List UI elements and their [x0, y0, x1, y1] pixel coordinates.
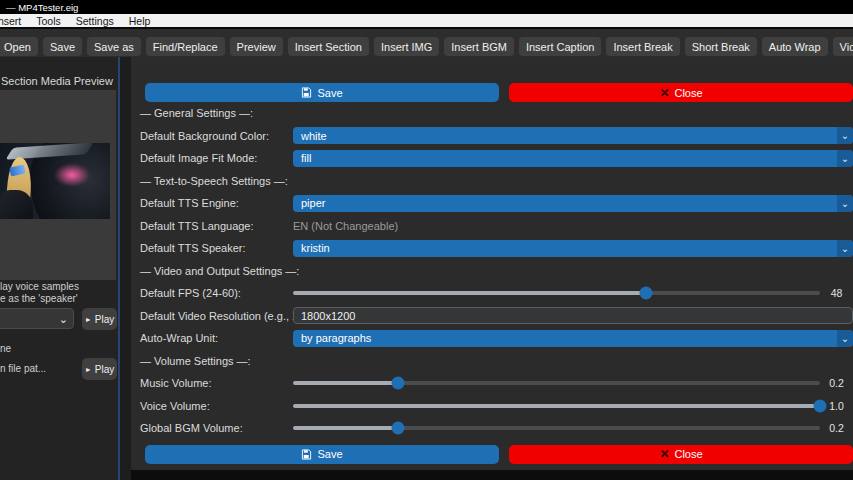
- music-volume-slider[interactable]: [293, 381, 820, 385]
- field-label: Default Video Resolution (e.g., 1920x108…: [140, 310, 293, 322]
- close-config-button-bottom[interactable]: ✕ Close: [509, 445, 853, 464]
- toolbar-short-break-button[interactable]: Short Break: [685, 37, 757, 56]
- content-area: Section Media Preview lay voice samples …: [0, 57, 853, 480]
- image-fit-dropdown[interactable]: fill ⌄: [293, 150, 853, 167]
- section-header-tts: — Text-to-Speech Settings —:: [140, 170, 853, 193]
- toolbar-open-button[interactable]: Open: [0, 37, 38, 56]
- bgm-volume-slider[interactable]: [293, 426, 820, 430]
- toolbar-insert-section-button[interactable]: Insert Section: [288, 37, 369, 56]
- save-config-button-bottom[interactable]: Save: [145, 445, 499, 464]
- media-preview-panel: [0, 90, 116, 280]
- sidebar-scrollbar[interactable]: [118, 57, 131, 480]
- field-label: Default TTS Speaker:: [140, 242, 293, 254]
- close-icon: ✕: [659, 86, 669, 100]
- voice-sample-note-line2: e as the 'speaker': [0, 293, 78, 304]
- section-header-volume: — Volume Settings —:: [140, 350, 853, 373]
- chevron-down-icon: ⌄: [837, 150, 853, 167]
- tts-engine-dropdown[interactable]: piper ⌄: [293, 195, 853, 212]
- field-label: Default TTS Language:: [140, 220, 293, 232]
- chevron-down-icon: ⌄: [837, 330, 853, 347]
- toolbar-insert-break-button[interactable]: Insert Break: [606, 37, 679, 56]
- row-autowrap: Auto-Wrap Unit: by paragraphs ⌄: [140, 327, 853, 350]
- play-button-label: Play: [95, 364, 114, 375]
- bottom-button-row: Save ✕ Close: [145, 445, 853, 464]
- field-label: Default FPS (24-60):: [140, 287, 293, 299]
- menu-item-tools[interactable]: Tools: [36, 15, 61, 27]
- save-button-label: Save: [317, 87, 342, 99]
- field-label: Auto-Wrap Unit:: [140, 332, 293, 344]
- background-color-dropdown[interactable]: white ⌄: [293, 127, 853, 144]
- config-rows: — General Settings —: Default Background…: [140, 102, 853, 440]
- config-panel: Save ✕ Close — General Settings —: Defau…: [131, 57, 853, 480]
- close-button-label: Close: [674, 448, 702, 460]
- toolbar-insert-caption-button[interactable]: Insert Caption: [519, 37, 601, 56]
- voice-sample-note-line1: lay voice samples: [0, 281, 79, 292]
- music-volume-value: 0.2: [820, 377, 853, 389]
- preview-art-body: [0, 190, 33, 219]
- play-icon: ►: [85, 366, 92, 373]
- play-button-label: Play: [95, 314, 114, 325]
- row-tts-language: Default TTS Language: EN (Not Changeable…: [140, 215, 853, 238]
- menu-item-insert[interactable]: Insert: [0, 15, 21, 27]
- play-voice-sample-button[interactable]: ► Play: [82, 308, 117, 330]
- voice-sample-select[interactable]: ⌄: [0, 308, 74, 329]
- voice-volume-slider[interactable]: [293, 404, 820, 408]
- autowrap-unit-dropdown[interactable]: by paragraphs ⌄: [293, 330, 853, 347]
- preview-art-glow: [55, 164, 89, 186]
- music-volume-slider-thumb[interactable]: [392, 377, 405, 390]
- tts-speaker-dropdown[interactable]: kristin ⌄: [293, 240, 853, 257]
- play-file-button[interactable]: ► Play: [82, 358, 117, 380]
- row-music-volume: Music Volume: 0.2: [140, 372, 853, 395]
- voice-volume-slider-thumb[interactable]: [814, 399, 827, 412]
- title-bar: — MP4Tester.eig: [0, 0, 853, 14]
- fps-value: 48: [820, 287, 853, 299]
- section-media-sidebar: Section Media Preview lay voice samples …: [0, 57, 118, 480]
- play-icon: ►: [85, 316, 92, 323]
- field-label: Default Image Fit Mode:: [140, 152, 293, 164]
- field-label: Default Background Color:: [140, 130, 293, 142]
- floppy-disk-icon: [301, 87, 312, 98]
- section-header-general: — General Settings —:: [140, 102, 853, 125]
- toolbar-auto-wrap-button[interactable]: Auto Wrap: [762, 37, 828, 56]
- top-button-row: Save ✕ Close: [145, 83, 853, 102]
- floppy-disk-icon: [301, 449, 312, 460]
- toolbar-find-replace-button[interactable]: Find/Replace: [146, 37, 225, 56]
- toolbar: Open Save Save as Find/Replace Preview I…: [0, 29, 853, 57]
- menu-item-settings[interactable]: Settings: [76, 15, 114, 27]
- save-button-label: Save: [317, 448, 342, 460]
- dropdown-value: fill: [301, 152, 311, 164]
- chevron-down-icon: ⌄: [837, 240, 853, 257]
- row-image-fit: Default Image Fit Mode: fill ⌄: [140, 147, 853, 170]
- close-config-button-top[interactable]: ✕ Close: [509, 83, 853, 102]
- row-background-color: Default Background Color: white ⌄: [140, 125, 853, 148]
- window-title: — MP4Tester.eig: [6, 2, 78, 13]
- bgm-volume-slider-thumb[interactable]: [392, 422, 405, 435]
- dropdown-value: kristin: [301, 242, 330, 254]
- fps-slider[interactable]: [293, 291, 820, 295]
- engine-text-fragment: ne: [0, 343, 11, 354]
- resolution-input[interactable]: [293, 307, 853, 324]
- dropdown-value: piper: [301, 197, 325, 209]
- toolbar-video-render-button[interactable]: Video Render: [833, 37, 853, 56]
- save-config-button-top[interactable]: Save: [145, 83, 499, 102]
- dropdown-value: by paragraphs: [301, 332, 371, 344]
- toolbar-save-button[interactable]: Save: [43, 37, 82, 56]
- file-path-fragment: n file pat...: [0, 363, 46, 374]
- field-label: Music Volume:: [140, 377, 293, 389]
- chevron-down-icon: ⌄: [837, 127, 853, 144]
- row-tts-engine: Default TTS Engine: piper ⌄: [140, 192, 853, 215]
- row-fps: Default FPS (24-60): 48: [140, 282, 853, 305]
- menu-item-help[interactable]: Help: [129, 15, 151, 27]
- toolbar-insert-img-button[interactable]: Insert IMG: [374, 37, 439, 56]
- row-voice-volume: Voice Volume: 1.0: [140, 395, 853, 418]
- toolbar-preview-button[interactable]: Preview: [230, 37, 283, 56]
- chevron-down-icon: ⌄: [837, 195, 853, 212]
- panel-bottom-strip: [131, 470, 853, 480]
- toolbar-insert-bgm-button[interactable]: Insert BGM: [444, 37, 514, 56]
- toolbar-save-as-button[interactable]: Save as: [87, 37, 141, 56]
- bgm-volume-value: 0.2: [820, 422, 853, 434]
- field-label: Voice Volume:: [140, 400, 293, 412]
- fps-slider-thumb[interactable]: [640, 287, 653, 300]
- preview-image: [0, 143, 110, 219]
- field-label: Global BGM Volume:: [140, 422, 293, 434]
